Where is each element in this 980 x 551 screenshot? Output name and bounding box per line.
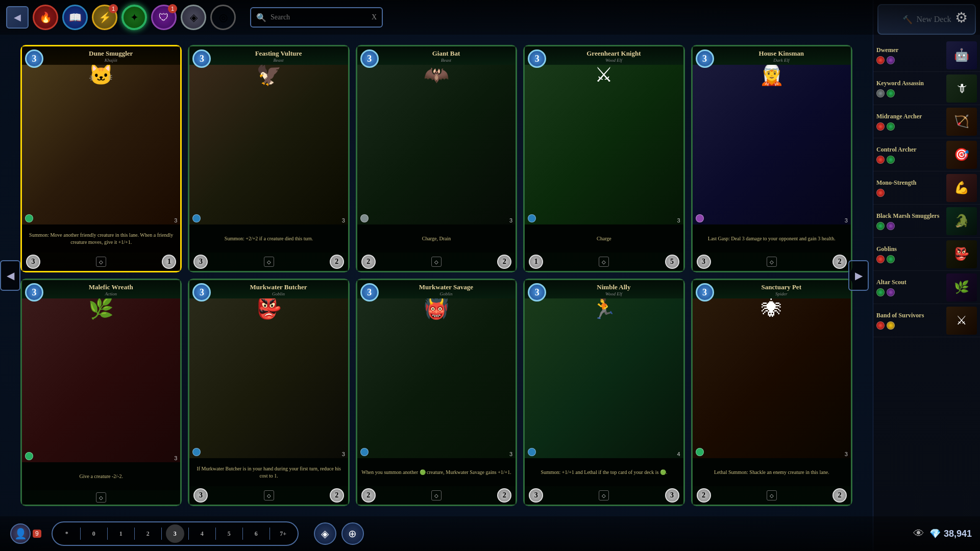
card-health-value: 2 (832, 488, 847, 503)
card-lane-indicator (696, 448, 704, 456)
card-inner: 3 Murkwater Butcher Goblin 👺 3 If Murkwa… (188, 279, 349, 506)
card-title-area: Dune Smuggler Khajiit (22, 46, 180, 65)
card-number: 3 (509, 451, 512, 457)
card-image: 🕷 3 (693, 298, 851, 458)
neutral-filter-btn[interactable]: ◈ (181, 5, 206, 30)
filter-divider (242, 528, 243, 540)
card-house-kinsman[interactable]: 3 House Kinsman Dark Elf 🧝 3 Last Gasp: … (691, 45, 852, 272)
deck-info: Dwemer (876, 46, 943, 64)
search-clear-btn[interactable]: X (372, 13, 377, 21)
card-ability-text: Give a creature -2/-2. (22, 462, 180, 490)
card-inner: 3 Nimble Ally Wood Elf 🏃 4 Summon: +1/+1… (523, 279, 684, 506)
deck-art: 💪 (946, 174, 977, 202)
deck-thumbnail: 💪 (946, 174, 977, 202)
card-dune-smuggler[interactable]: 3 Dune Smuggler Khajiit 🐱 3 Summon: Move… (20, 45, 182, 272)
strength-filter-btn[interactable]: 🔥 (33, 5, 58, 30)
card-title-area: Nimble Ally Wood Elf (525, 280, 683, 298)
agility-filter-btn[interactable]: ⚡ 1 (92, 5, 117, 30)
cost-filter-bar: *01234567+ (52, 521, 299, 546)
deck-item-6[interactable]: Goblins 👺 (873, 238, 980, 271)
cost-filter-3[interactable]: 3 (166, 524, 184, 543)
card-murkwater-butcher[interactable]: 3 Murkwater Butcher Goblin 👺 3 If Murkwa… (188, 279, 349, 506)
card-nimble-ally[interactable]: 3 Nimble Ally Wood Elf 🏃 4 Summon: +1/+1… (523, 279, 684, 506)
card-giant-bat[interactable]: 3 Giant Bat Beast 🦇 3 Charge, Drain 2 ◇ … (356, 45, 517, 272)
deck-gem (887, 156, 895, 164)
cost-filter-1[interactable]: 1 (112, 524, 130, 543)
cost-filter-2[interactable]: 2 (139, 524, 157, 543)
card-attack-value: 1 (529, 255, 543, 269)
card-name: Feasting Vulture (213, 49, 344, 58)
next-page-button[interactable]: ▶ (848, 260, 869, 291)
deck-gems (876, 89, 943, 97)
deck-gem (876, 321, 885, 330)
search-input[interactable] (271, 13, 368, 21)
deck-gems (876, 255, 943, 263)
eye-icon[interactable]: 👁 (913, 527, 924, 540)
deck-thumbnail: 👺 (946, 240, 977, 268)
deck-thumbnail: 🤖 (946, 41, 977, 69)
intelligence-filter-btn[interactable]: 📖 (62, 5, 88, 30)
deck-item-4[interactable]: Mono-Strength 💪 (873, 171, 980, 205)
card-art-icon: 🦅 (189, 65, 348, 85)
cost-filter-6[interactable]: 6 (247, 524, 265, 543)
back-button[interactable]: ◀ (6, 6, 29, 29)
main-content-area: 3 Dune Smuggler Khajiit 🐱 3 Summon: Move… (0, 35, 873, 516)
cost-filter-5[interactable]: 5 (220, 524, 238, 543)
deck-item-2[interactable]: Midrange Archer 🏹 (873, 105, 980, 138)
card-set-icon: ◇ (767, 257, 777, 267)
cost-filter-4[interactable]: 4 (193, 524, 211, 543)
card-health-value: 5 (665, 255, 679, 269)
deck-item-8[interactable]: Band of Survivors ⚔ (873, 304, 980, 337)
card-attack-value: 3 (26, 255, 40, 269)
card-lane-indicator (25, 214, 33, 222)
card-attack-value: 2 (361, 488, 376, 503)
card-name: Sanctuary Pet (716, 283, 847, 291)
filter-divider (80, 528, 81, 540)
card-title-area: Greenheart Knight Wood Elf (525, 46, 683, 65)
card-sanctuary-pet[interactable]: 3 Sanctuary Pet Spider 🕷 3 Lethal Summon… (691, 279, 852, 506)
card-subtype: Wood Elf (548, 58, 679, 63)
endurance-filter-btn[interactable]: 🛡 1 (151, 5, 177, 30)
card-inner: 3 Malefic Wreath Action 🌿 3 Give a creat… (20, 279, 182, 506)
card-subtype: Wood Elf (548, 291, 679, 296)
deck-info: Control Archer (876, 146, 943, 164)
card-image: 🌿 3 (22, 298, 180, 462)
deck-item-3[interactable]: Control Archer 🎯 (873, 138, 980, 171)
card-health-value: 2 (497, 488, 511, 503)
card-name: Giant Bat (381, 49, 511, 58)
deck-gems (876, 122, 943, 131)
deck-gems (876, 56, 943, 64)
cost-filter-0[interactable]: 0 (85, 524, 103, 543)
deck-item-7[interactable]: Altar Scout 🌿 (873, 271, 980, 304)
player-avatar: 👤 (10, 523, 31, 544)
card-murkwater-savage[interactable]: 3 Murkwater Savage Goblin 👹 3 When you s… (356, 279, 517, 506)
deck-item-5[interactable]: Black Marsh Smugglers 🐊 (873, 205, 980, 238)
deck-info: Altar Scout (876, 279, 943, 296)
card-subtype: Goblin (381, 291, 511, 296)
collection-view-btn[interactable]: ◈ (314, 522, 336, 545)
willpower-filter-btn[interactable]: ✦ (121, 5, 147, 30)
collection-group-btn[interactable]: ⊕ (341, 522, 364, 545)
deck-thumbnail: 🌿 (946, 273, 977, 302)
card-cost: 3 (528, 283, 546, 302)
cost-filter-7+[interactable]: 7+ (274, 524, 292, 543)
deck-thumbnail: 🎯 (946, 141, 977, 169)
prev-page-button[interactable]: ◀ (0, 260, 20, 291)
deck-item-1[interactable]: Keyword Assassin 🗡 (873, 72, 980, 105)
bottom-bar: 👤 9 *01234567+ ◈ ⊕ (0, 516, 873, 551)
card-name: Greenheart Knight (548, 49, 679, 58)
deck-item-0[interactable]: Dwemer 🤖 (873, 39, 980, 72)
card-lane-indicator (528, 214, 536, 222)
deck-info: Black Marsh Smugglers (876, 212, 943, 230)
endurance-badge: 1 (168, 4, 177, 13)
card-subtype: Goblin (213, 291, 344, 296)
card-attack-value: 3 (193, 255, 208, 269)
card-greenheart-knight[interactable]: 3 Greenheart Knight Wood Elf ⚔ 3 Charge … (523, 45, 684, 272)
dual-filter-btn[interactable]: ◎ (210, 5, 236, 30)
settings-button[interactable]: ⚙ (948, 5, 974, 30)
cost-filter-*[interactable]: * (58, 524, 76, 543)
card-feasting-vulture[interactable]: 3 Feasting Vulture Beast 🦅 3 Summon: +2/… (188, 45, 349, 272)
bottom-right-bar: 👁 💎 38,941 (873, 516, 980, 551)
card-malefic-wreath[interactable]: 3 Malefic Wreath Action 🌿 3 Give a creat… (20, 279, 182, 506)
deck-thumbnail: ⚔ (946, 307, 977, 335)
